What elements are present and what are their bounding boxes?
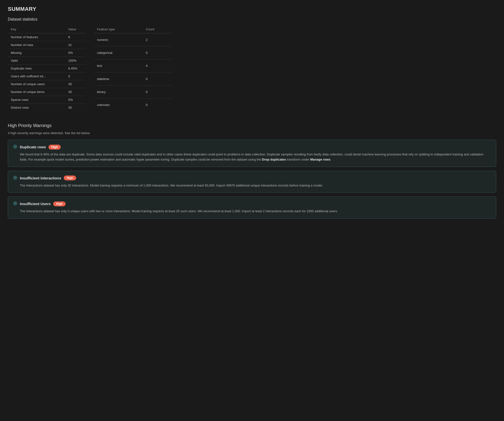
svg-line-8 <box>16 145 17 145</box>
table-cell: 100% <box>65 57 86 65</box>
table-cell: 0% <box>65 96 86 104</box>
table-cell: Missing <box>8 49 65 57</box>
warning-card: Insufficient UsersHighThe Interactions d… <box>8 197 496 219</box>
high-badge: High <box>64 175 76 180</box>
lightbulb-icon <box>13 144 17 150</box>
table-cell: numeric <box>94 33 143 46</box>
table-row: Sparse rows0% <box>8 96 86 104</box>
warning-title: Insufficient Users <box>20 202 51 206</box>
page-title: SUMMARY <box>8 6 496 12</box>
svg-point-18 <box>14 203 16 205</box>
table-cell: 30 <box>65 104 86 112</box>
svg-line-25 <box>14 205 14 205</box>
warnings-subtitle: 4 high severity warnings were detected. … <box>8 131 496 135</box>
table-row: text4 <box>94 59 172 72</box>
warning-body: The Interactions dataset has only 0 uniq… <box>13 209 491 214</box>
svg-line-21 <box>14 202 14 202</box>
warning-body: We found that 6.45% of the data are dupl… <box>13 152 491 162</box>
table-cell: 30 <box>65 80 86 88</box>
table-row: Number of unique items30 <box>8 88 86 96</box>
warning-body: The Interactions dataset has only 30 int… <box>13 183 491 188</box>
table-cell: 30 <box>65 88 86 96</box>
warning-title: Duplicate rows <box>20 145 46 149</box>
svg-line-4 <box>16 148 17 148</box>
warning-card: Insufficient interactionsHighThe Interac… <box>8 171 496 193</box>
high-badge: High <box>53 201 66 206</box>
table-row: categorical0 <box>94 46 172 59</box>
right-col-feature-type: Feature type <box>94 25 143 33</box>
table-cell: datetime <box>94 72 143 85</box>
svg-line-13 <box>16 179 17 179</box>
high-badge: High <box>48 145 61 150</box>
table-row: Distinct rows30 <box>8 104 86 112</box>
table-cell: 2 <box>143 33 172 46</box>
table-cell: 4 <box>143 59 172 72</box>
svg-line-17 <box>16 176 17 176</box>
warning-header: Duplicate rowsHigh <box>13 144 491 150</box>
table-row: Valid100% <box>8 57 86 65</box>
table-cell: 0 <box>143 46 172 59</box>
lightbulb-icon <box>13 201 17 206</box>
table-cell: 6 <box>65 33 86 41</box>
svg-line-3 <box>14 145 14 145</box>
table-cell: unknown <box>94 98 143 111</box>
table-cell: 6.45% <box>65 65 86 72</box>
right-col-count: Count <box>143 25 172 33</box>
warning-title: Insufficient interactions <box>20 176 61 180</box>
table-row: datetime0 <box>94 72 172 85</box>
table-row: Users with sufficient int...0 <box>8 72 86 80</box>
table-cell: Users with sufficient int... <box>8 72 65 80</box>
table-cell: Number of unique users <box>8 80 65 88</box>
table-cell: Distinct rows <box>8 104 65 112</box>
table-row: Number of rows31 <box>8 41 86 49</box>
table-cell: Number of rows <box>8 41 65 49</box>
table-row: unknown0 <box>94 98 172 111</box>
table-cell: Valid <box>8 57 65 65</box>
svg-line-22 <box>16 205 17 205</box>
left-col-value: Value <box>65 25 86 33</box>
table-cell: 0 <box>143 72 172 85</box>
table-cell: categorical <box>94 46 143 59</box>
right-stats-table: Feature type Count numeric2categorical0t… <box>94 25 172 111</box>
warning-header: Insufficient UsersHigh <box>13 201 491 206</box>
table-cell: Duplicate rows <box>8 65 65 72</box>
svg-line-12 <box>14 176 14 176</box>
svg-line-7 <box>14 148 14 148</box>
table-cell: 0 <box>143 85 172 98</box>
table-row: binary0 <box>94 85 172 98</box>
table-cell: 31 <box>65 41 86 49</box>
table-cell: 0 <box>65 72 86 80</box>
warnings-title: High Priority Warnings <box>8 123 496 128</box>
table-cell: Number of features <box>8 33 65 41</box>
svg-line-26 <box>16 202 17 202</box>
statistics-tables: Key Value Number of features6Number of r… <box>8 25 496 111</box>
table-cell: 0% <box>65 49 86 57</box>
table-cell: binary <box>94 85 143 98</box>
table-cell: text <box>94 59 143 72</box>
svg-point-9 <box>14 177 16 179</box>
table-cell: Number of unique items <box>8 88 65 96</box>
svg-point-0 <box>14 146 16 148</box>
table-row: Missing0% <box>8 49 86 57</box>
left-stats-table: Key Value Number of features6Number of r… <box>8 25 86 111</box>
dataset-statistics-title: Dataset statistics <box>8 17 496 22</box>
table-cell: 0 <box>143 98 172 111</box>
table-row: Duplicate rows6.45% <box>8 65 86 72</box>
table-row: numeric2 <box>94 33 172 46</box>
warning-header: Insufficient interactionsHigh <box>13 175 491 181</box>
svg-line-16 <box>14 179 14 179</box>
warnings-section: High Priority Warnings 4 high severity w… <box>8 123 496 219</box>
table-row: Number of features6 <box>8 33 86 41</box>
lightbulb-icon <box>13 175 17 181</box>
table-cell: Sparse rows <box>8 96 65 104</box>
left-col-key: Key <box>8 25 65 33</box>
warnings-list: Duplicate rowsHighWe found that 6.45% of… <box>8 140 496 219</box>
table-row: Number of unique users30 <box>8 80 86 88</box>
warning-card: Duplicate rowsHighWe found that 6.45% of… <box>8 140 496 167</box>
